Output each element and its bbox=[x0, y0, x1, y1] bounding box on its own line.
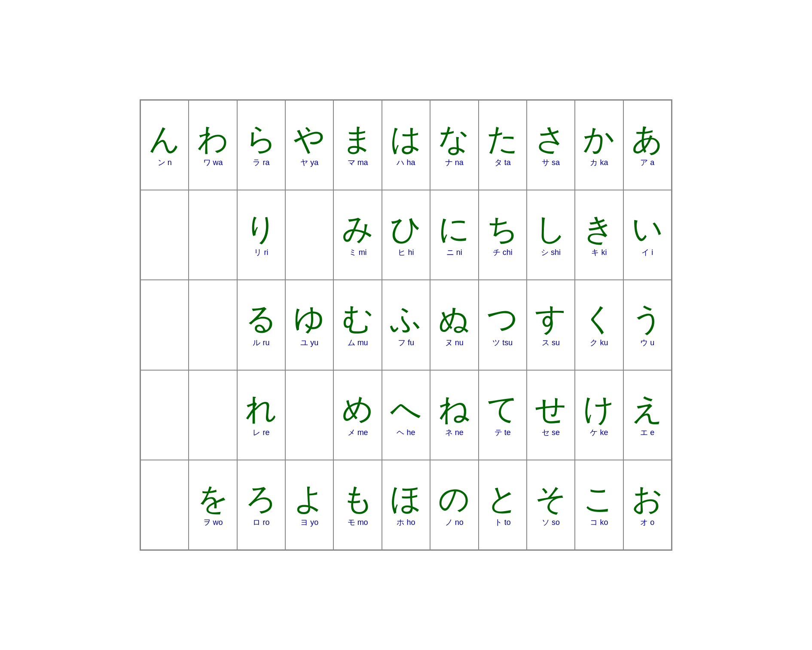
hiragana-char: ひ bbox=[390, 212, 422, 246]
grid-cell: しシ shi bbox=[527, 190, 575, 280]
grid-cell: にニ ni bbox=[430, 190, 478, 280]
katakana-romanji-label: マ ma bbox=[348, 157, 368, 168]
hiragana-char: ろ bbox=[245, 482, 277, 516]
grid-cell: をヲ wo bbox=[189, 460, 237, 550]
grid-cell bbox=[140, 190, 189, 280]
grid-cell: ほホ ho bbox=[382, 460, 430, 550]
grid-cell: ひヒ hi bbox=[382, 190, 430, 280]
katakana-romanji-label: テ te bbox=[495, 427, 511, 438]
katakana-romanji-label: ソ so bbox=[542, 517, 560, 527]
katakana-romanji-label: オ o bbox=[640, 517, 654, 527]
katakana-romanji-label: ニ ni bbox=[446, 247, 462, 258]
katakana-romanji-label: ク ku bbox=[590, 337, 608, 348]
grid-cell: くク ku bbox=[575, 280, 623, 370]
grid-cell: せセ se bbox=[527, 370, 575, 460]
grid-cell: かカ ka bbox=[575, 100, 623, 190]
grid-cell bbox=[140, 280, 189, 370]
hiragana-char: ち bbox=[487, 212, 519, 246]
hiragana-char: め bbox=[342, 392, 374, 426]
hiragana-char: ん bbox=[149, 123, 180, 156]
grid-cell: つツ tsu bbox=[479, 280, 527, 370]
hiragana-char: て bbox=[487, 392, 519, 426]
katakana-romanji-label: セ se bbox=[542, 427, 560, 438]
katakana-romanji-label: ヒ hi bbox=[398, 247, 414, 258]
grid-cell: やヤ ya bbox=[285, 100, 333, 190]
grid-cell bbox=[285, 370, 333, 460]
katakana-romanji-label: ハ ha bbox=[397, 157, 415, 168]
hiragana-char: と bbox=[487, 482, 519, 516]
hiragana-char: あ bbox=[632, 123, 663, 156]
grid-cell: ふフ fu bbox=[382, 280, 430, 370]
hiragana-char: や bbox=[293, 123, 325, 156]
grid-cell: きキ ki bbox=[575, 190, 623, 280]
grid-cell: よヨ yo bbox=[285, 460, 333, 550]
grid-cell: めメ me bbox=[333, 370, 382, 460]
katakana-romanji-label: ウ u bbox=[640, 337, 654, 348]
grid-cell: おオ o bbox=[623, 460, 672, 550]
katakana-romanji-label: ホ ho bbox=[397, 517, 415, 527]
katakana-romanji-label: ア a bbox=[640, 157, 654, 168]
katakana-romanji-label: ス su bbox=[542, 337, 560, 348]
hiragana-char: し bbox=[535, 212, 567, 246]
katakana-romanji-label: フ fu bbox=[398, 337, 414, 348]
grid-cell: たタ ta bbox=[479, 100, 527, 190]
hiragana-char: む bbox=[342, 302, 374, 336]
hiragana-char: せ bbox=[535, 392, 567, 426]
grid-cell: さサ sa bbox=[527, 100, 575, 190]
katakana-romanji-label: コ ko bbox=[590, 517, 608, 527]
hiragana-char: す bbox=[535, 302, 567, 336]
hiragana-char: く bbox=[583, 302, 615, 336]
hiragana-char: ほ bbox=[390, 482, 422, 516]
grid-cell: ねネ ne bbox=[430, 370, 478, 460]
hiragana-char: つ bbox=[487, 302, 519, 336]
grid-cell: あア a bbox=[623, 100, 672, 190]
grid-cell bbox=[140, 370, 189, 460]
katakana-romanji-label: ト to bbox=[495, 517, 511, 527]
grid-cell: るル ru bbox=[237, 280, 285, 370]
hiragana-char: れ bbox=[245, 392, 277, 426]
hiragana-char: さ bbox=[535, 123, 567, 156]
grid-cell: うウ u bbox=[623, 280, 672, 370]
hiragana-char: よ bbox=[293, 482, 325, 516]
grid-cell bbox=[285, 190, 333, 280]
katakana-romanji-label: エ e bbox=[640, 427, 654, 438]
hiragana-char: か bbox=[583, 123, 615, 156]
hiragana-char: け bbox=[583, 392, 615, 426]
katakana-romanji-label: イ i bbox=[641, 247, 653, 258]
grid-cell: りリ ri bbox=[237, 190, 285, 280]
hiragana-char: な bbox=[438, 123, 470, 156]
katakana-romanji-label: サ sa bbox=[542, 157, 560, 168]
hiragana-char: り bbox=[245, 212, 277, 246]
katakana-romanji-label: ノ no bbox=[445, 517, 464, 527]
grid-cell: とト to bbox=[479, 460, 527, 550]
katakana-romanji-label: ケ ke bbox=[590, 427, 608, 438]
hiragana-char: へ bbox=[390, 392, 422, 426]
grid-cell: いイ i bbox=[623, 190, 672, 280]
katakana-romanji-label: ナ na bbox=[445, 157, 464, 168]
hiragana-char: い bbox=[632, 212, 663, 246]
grid-cell: わワ wa bbox=[189, 100, 237, 190]
katakana-romanji-label: ヲ wo bbox=[203, 517, 223, 527]
hiragana-char: ぬ bbox=[438, 302, 470, 336]
katakana-romanji-label: リ ri bbox=[254, 247, 268, 258]
grid-cell bbox=[140, 460, 189, 550]
grid-cell: むム mu bbox=[333, 280, 382, 370]
hiragana-char: を bbox=[197, 482, 229, 516]
katakana-romanji-label: ロ ro bbox=[253, 517, 269, 527]
hiragana-char: ふ bbox=[390, 302, 422, 336]
grid-cell: えエ e bbox=[623, 370, 672, 460]
grid-cell: すス su bbox=[527, 280, 575, 370]
hiragana-char: た bbox=[487, 123, 519, 156]
hiragana-char: ら bbox=[245, 123, 277, 156]
hiragana-char: わ bbox=[197, 123, 229, 156]
katakana-romanji-label: メ me bbox=[348, 427, 368, 438]
grid-cell: ろロ ro bbox=[237, 460, 285, 550]
grid-cell: みミ mi bbox=[333, 190, 382, 280]
hiragana-char: ま bbox=[342, 123, 374, 156]
grid-cell bbox=[189, 190, 237, 280]
grid-cell: ゆユ yu bbox=[285, 280, 333, 370]
katakana-romanji-label: キ ki bbox=[591, 247, 607, 258]
katakana-romanji-label: ン n bbox=[158, 157, 172, 168]
hiragana-char: き bbox=[583, 212, 615, 246]
katakana-romanji-label: ワ wa bbox=[203, 157, 223, 168]
